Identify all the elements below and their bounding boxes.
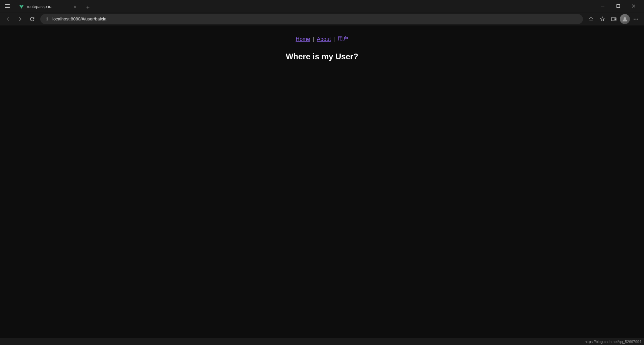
svg-point-13 [634, 18, 635, 19]
maximize-button[interactable] [610, 1, 626, 11]
status-bar: https://blog.csdn.net/qq_52697994 [0, 338, 644, 345]
reload-button[interactable] [27, 14, 38, 24]
svg-point-14 [636, 18, 637, 19]
sidebar-toggle-button[interactable] [3, 1, 12, 11]
svg-rect-2 [5, 7, 10, 8]
svg-rect-7 [617, 5, 620, 8]
address-text: localhost:8080/#/user/baixia [52, 16, 579, 21]
svg-point-15 [637, 18, 638, 19]
page-heading: Where is my User? [286, 52, 358, 61]
menu-button[interactable] [631, 14, 641, 24]
info-icon: ℹ [44, 16, 50, 22]
home-link[interactable]: Home [296, 36, 310, 42]
minimize-button[interactable] [595, 1, 610, 11]
collections-button[interactable] [597, 14, 608, 24]
favorites-star-button[interactable] [586, 14, 596, 24]
status-url: https://blog.csdn.net/qq_52697994 [585, 340, 641, 344]
browser-wallet-button[interactable] [608, 14, 619, 24]
separator-1: | [313, 36, 314, 42]
svg-rect-6 [601, 6, 604, 6]
about-link[interactable]: About [317, 36, 331, 42]
user-link[interactable]: 用户 [337, 36, 348, 43]
address-bar[interactable]: ℹ localhost:8080/#/user/baixia [40, 14, 583, 24]
profile-button[interactable] [620, 14, 630, 24]
nav-bar: Home | About | 用户 [296, 36, 348, 43]
tab-title: routepasspara [27, 4, 69, 9]
profile-avatar [620, 14, 630, 24]
forward-button[interactable] [15, 14, 25, 24]
tab-favicon [19, 4, 24, 9]
separator-2: | [333, 36, 335, 42]
svg-rect-0 [5, 4, 10, 5]
svg-rect-11 [614, 18, 616, 20]
svg-rect-1 [5, 6, 10, 6]
close-button[interactable] [626, 1, 641, 11]
tab-close-button[interactable]: ✕ [72, 4, 78, 10]
active-tab[interactable]: routepasspara ✕ [15, 1, 82, 12]
new-tab-button[interactable]: + [83, 3, 93, 12]
back-button[interactable] [3, 14, 13, 24]
page-content: Home | About | 用户 Where is my User? [0, 25, 644, 345]
